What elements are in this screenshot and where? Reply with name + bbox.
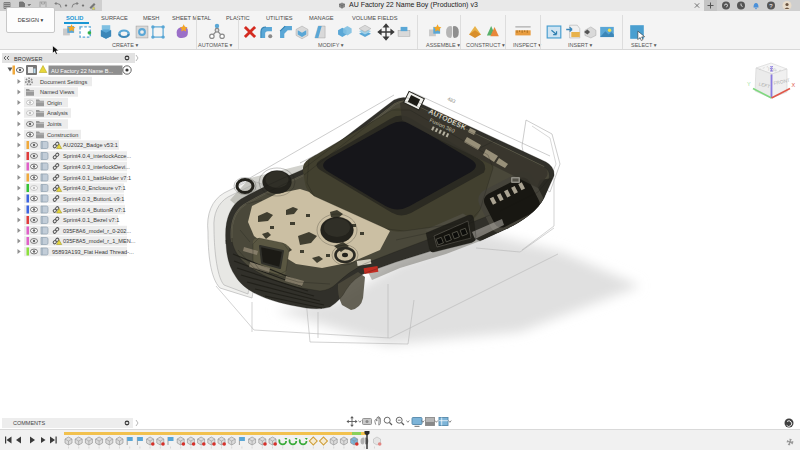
svg-text:Construction: Construction xyxy=(47,132,78,138)
svg-text:Sprint4.0.3_interlockDevi...: Sprint4.0.3_interlockDevi... xyxy=(63,164,130,170)
svg-text:Y: Y xyxy=(747,81,751,87)
svg-text:Named Views: Named Views xyxy=(40,89,75,95)
svg-text:Origin: Origin xyxy=(47,100,62,106)
svg-text:X: X xyxy=(792,82,796,88)
svg-text:Analysis: Analysis xyxy=(47,110,68,116)
svg-text:035F8A5_model_r_1_MEN...: 035F8A5_model_r_1_MEN... xyxy=(63,238,136,244)
svg-text:Sprint4.0.4_ButtonR v7:1: Sprint4.0.4_ButtonR v7:1 xyxy=(63,207,126,213)
svg-text:Sprint4.0.1_battHolder v7:1: Sprint4.0.1_battHolder v7:1 xyxy=(63,175,131,181)
svg-text:95893A193_Flat Head Thread-...: 95893A193_Flat Head Thread-... xyxy=(52,249,134,255)
svg-text:Sprint4.0.1_Bezel v7:1: Sprint4.0.1_Bezel v7:1 xyxy=(63,217,119,223)
svg-text:Sprint4.0.3_ButtonL v9:1: Sprint4.0.3_ButtonL v9:1 xyxy=(63,196,124,202)
svg-text:Sprint4.0.4_interlockAcce...: Sprint4.0.4_interlockAcce... xyxy=(63,153,132,159)
svg-text:BROWSER: BROWSER xyxy=(14,56,42,62)
svg-text:Document Settings: Document Settings xyxy=(40,79,87,85)
svg-text:Sprint4.0_Enclosure v7:1: Sprint4.0_Enclosure v7:1 xyxy=(63,185,126,191)
svg-text:AU Factory 22 Name B...: AU Factory 22 Name B... xyxy=(51,68,114,74)
svg-text:AU2022_Badge v53:1: AU2022_Badge v53:1 xyxy=(63,142,118,148)
svg-text:483: 483 xyxy=(447,95,457,104)
svg-text:035F8A6_model_r_0-202...: 035F8A6_model_r_0-202... xyxy=(63,228,132,234)
svg-text:Joints: Joints xyxy=(47,121,62,127)
